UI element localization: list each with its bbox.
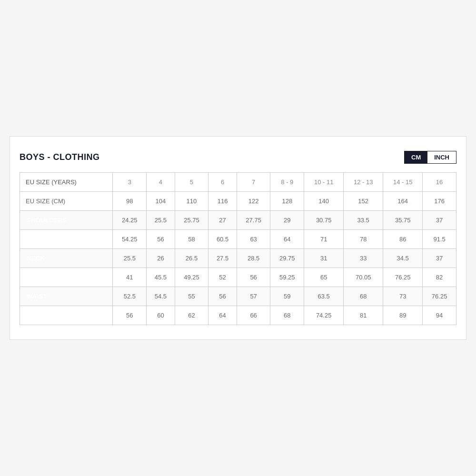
eu-size-cm-label: EU SIZE (CM): [20, 192, 113, 211]
col-10-11: 10 - 11: [304, 173, 344, 192]
measure-value: 78: [344, 230, 383, 249]
col-16: 16: [423, 173, 456, 192]
measure-value: 28.5: [237, 249, 270, 268]
col-12-13: 12 - 13: [344, 173, 383, 192]
measure-value: 94: [423, 306, 456, 325]
measure-value: 59: [270, 287, 304, 306]
measure-value: 55: [175, 287, 208, 306]
measure-value: 33: [344, 249, 383, 268]
measure-value: 57: [237, 287, 270, 306]
eu-size-cm-val: 116: [208, 192, 237, 211]
measure-value: 33.5: [344, 211, 383, 230]
measure-value: 70.05: [344, 268, 383, 287]
measure-value: 56: [208, 287, 237, 306]
inch-button[interactable]: INCH: [427, 151, 456, 163]
measure-value: 68: [270, 306, 304, 325]
measure-value: 64: [208, 306, 237, 325]
measure-value: 64: [270, 230, 304, 249]
measure-value: 62: [175, 306, 208, 325]
measure-value: 27: [208, 211, 237, 230]
eu-size-cm-val: 98: [113, 192, 147, 211]
col-7: 7: [237, 173, 270, 192]
eu-size-cm-val: 140: [304, 192, 344, 211]
measure-value: 29: [270, 211, 304, 230]
measure-value: 89: [383, 306, 423, 325]
table-body: EU SIZE (CM)9810411011612212814015216417…: [20, 192, 456, 325]
measure-value: 29.75: [270, 249, 304, 268]
measure-value: 71: [304, 230, 344, 249]
measure-value: 35.75: [383, 211, 423, 230]
measure-label: INSEAM: [20, 268, 113, 287]
measure-value: 86: [383, 230, 423, 249]
measure-value: 68: [344, 287, 383, 306]
table-row: LOW HIP56606264666874.25818994: [20, 306, 456, 325]
measure-value: 54.5: [147, 287, 175, 306]
measure-value: 63.5: [304, 287, 344, 306]
measure-value: 60: [147, 306, 175, 325]
eu-size-cm-val: 110: [175, 192, 208, 211]
measure-value: 63: [237, 230, 270, 249]
col-4: 4: [147, 173, 175, 192]
measure-value: 81: [344, 306, 383, 325]
eu-size-cm-row: EU SIZE (CM)9810411011612212814015216417…: [20, 192, 456, 211]
measure-value: 25.5: [147, 211, 175, 230]
measure-label: SHOULDERS: [20, 211, 113, 230]
measure-value: 82: [423, 268, 456, 287]
measure-value: 91.5: [423, 230, 456, 249]
measure-value: 54.25: [113, 230, 147, 249]
table-row: INSEAM4145.549.25525659.256570.0576.2582: [20, 268, 456, 287]
measure-value: 66: [237, 306, 270, 325]
measure-value: 65: [304, 268, 344, 287]
measure-value: 52.5: [113, 287, 147, 306]
measure-value: 37: [423, 211, 456, 230]
unit-toggle[interactable]: CM INCH: [404, 151, 456, 164]
eu-size-cm-val: 104: [147, 192, 175, 211]
col-6: 6: [208, 173, 237, 192]
measure-value: 45.5: [147, 268, 175, 287]
eu-size-cm-val: 164: [383, 192, 423, 211]
table-row: SHOULDERS24.2525.525.752727.752930.7533.…: [20, 211, 456, 230]
measure-value: 24.25: [113, 211, 147, 230]
measure-value: 76.25: [423, 287, 456, 306]
eu-size-cm-val: 122: [237, 192, 270, 211]
measure-value: 26: [147, 249, 175, 268]
measure-value: 56: [237, 268, 270, 287]
measure-value: 37: [423, 249, 456, 268]
measure-value: 41: [113, 268, 147, 287]
col-3: 3: [113, 173, 147, 192]
measure-value: 30.75: [304, 211, 344, 230]
measure-value: 58: [175, 230, 208, 249]
measure-value: 56: [147, 230, 175, 249]
measure-value: 56: [113, 306, 147, 325]
table-row: NECK25.52626.527.528.529.75313334.537: [20, 249, 456, 268]
col-8-9: 8 - 9: [270, 173, 304, 192]
measure-value: 52: [208, 268, 237, 287]
table-row: WAIST52.554.55556575963.5687376.25: [20, 287, 456, 306]
col-14-15: 14 - 15: [383, 173, 423, 192]
measure-label: LOW HIP: [20, 306, 113, 325]
measure-value: 26.5: [175, 249, 208, 268]
cm-button[interactable]: CM: [405, 151, 427, 163]
col-header-label: EU SIZE (YEARS): [20, 173, 113, 192]
size-table: EU SIZE (YEARS) 3 4 5 6 7 8 - 9 10 - 11 …: [20, 172, 456, 325]
table-row: CHEST54.25565860.5636471788691.5: [20, 230, 456, 249]
measure-value: 59.25: [270, 268, 304, 287]
measure-value: 73: [383, 287, 423, 306]
col-5: 5: [175, 173, 208, 192]
measure-label: CHEST: [20, 230, 113, 249]
measure-value: 60.5: [208, 230, 237, 249]
measure-value: 76.25: [383, 268, 423, 287]
top-bar: BOYS - CLOTHING CM INCH: [20, 151, 456, 164]
size-chart-container: BOYS - CLOTHING CM INCH EU SIZE (YEARS) …: [10, 136, 466, 340]
page-title: BOYS - CLOTHING: [20, 152, 100, 162]
eu-size-cm-val: 128: [270, 192, 304, 211]
measure-value: 27.5: [208, 249, 237, 268]
measure-value: 25.5: [113, 249, 147, 268]
measure-value: 74.25: [304, 306, 344, 325]
measure-value: 25.75: [175, 211, 208, 230]
measure-label: WAIST: [20, 287, 113, 306]
measure-value: 27.75: [237, 211, 270, 230]
eu-size-cm-val: 176: [423, 192, 456, 211]
measure-value: 34.5: [383, 249, 423, 268]
measure-label: NECK: [20, 249, 113, 268]
